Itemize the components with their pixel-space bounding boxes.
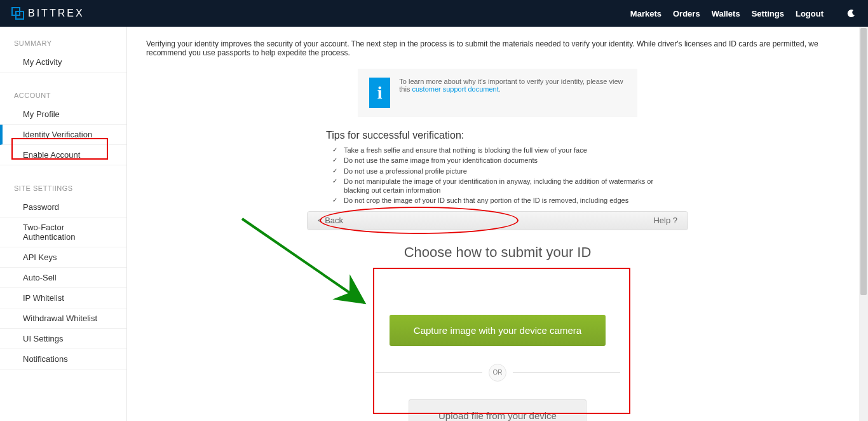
info-icon: i [369,78,390,108]
dark-mode-icon[interactable] [846,8,857,18]
info-text: To learn more about why it's important t… [399,78,626,93]
divider-line [513,372,620,373]
sidebar-item-my-activity[interactable]: My Activity [0,52,126,72]
sidebar-item-auto-sell[interactable]: Auto-Sell [0,268,126,288]
brand-name: BITTREX [28,8,85,19]
sidebar-section-summary: SUMMARY [0,34,126,52]
intro-text: Verifying your identity improves the sec… [146,39,849,57]
nav-settings[interactable]: Settings [752,9,784,18]
sidebar-item-notifications[interactable]: Notifications [0,349,126,369]
top-nav-bar: BITTREX Markets Orders Wallets Settings … [0,0,868,27]
sidebar-item-two-factor[interactable]: Two-Factor Authentication [0,217,126,247]
or-label: OR [489,364,506,382]
tip-item: Do not use the same image from your iden… [332,155,669,165]
info-text-post: . [499,85,501,93]
help-button[interactable]: Help ? [653,216,677,225]
sidebar-item-api-keys[interactable]: API Keys [0,247,126,268]
brand-logo[interactable]: BITTREX [11,7,85,20]
tips-title: Tips for successful verification: [326,130,669,141]
capture-camera-button[interactable]: Capture image with your device camera [390,315,606,346]
choose-title: Choose how to submit your ID [146,244,849,261]
nav-logout[interactable]: Logout [796,9,824,18]
tip-item: Take a fresh selfie and ensure that noth… [332,145,669,155]
tip-item: Do not crop the image of your ID such th… [332,195,669,205]
sidebar-item-enable-account[interactable]: Enable Account [0,145,126,165]
tips-list: Take a fresh selfie and ensure that noth… [326,145,669,206]
nav-wallets[interactable]: Wallets [712,9,740,18]
sidebar-section-site-settings: SITE SETTIINGS [0,179,126,197]
sidebar-section-account: ACCOUNT [0,86,126,104]
sidebar-item-withdrawal-whitelist[interactable]: Withdrawal Whitelist [0,308,126,329]
scrollbar-thumb[interactable] [860,28,867,295]
bittrex-logo-icon [11,7,24,20]
sidebar-item-ui-settings[interactable]: UI Settings [0,329,126,349]
customer-support-link[interactable]: customer support document [412,85,498,93]
main-content: Verifying your identity improves the sec… [127,27,868,421]
settings-sidebar: SUMMARY My Activity ACCOUNT My Profile I… [0,27,127,421]
tips-block: Tips for successful verification: Take a… [326,130,669,206]
divider-line [376,372,483,373]
tip-item: Do not manipulate the image of your iden… [332,176,669,196]
upload-file-button[interactable]: Upload file from your device [409,399,587,421]
sidebar-item-my-profile[interactable]: My Profile [0,104,126,125]
tip-item: Do not use a professional profile pictur… [332,166,669,176]
main-nav: Markets Orders Wallets Settings Logout [630,8,857,18]
sidebar-item-password[interactable]: Password [0,197,126,217]
submit-options: Capture image with your device camera OR… [369,293,627,421]
back-button[interactable]: < Back [318,216,343,225]
step-nav-bar: < Back Help ? [307,211,688,230]
nav-orders[interactable]: Orders [673,9,700,18]
sidebar-item-ip-whitelist[interactable]: IP Whitelist [0,288,126,308]
info-callout: i To learn more about why it's important… [358,69,637,117]
sidebar-item-identity-verification[interactable]: Identity Verification [0,125,126,145]
or-divider: OR [376,364,620,382]
nav-markets[interactable]: Markets [630,9,661,18]
